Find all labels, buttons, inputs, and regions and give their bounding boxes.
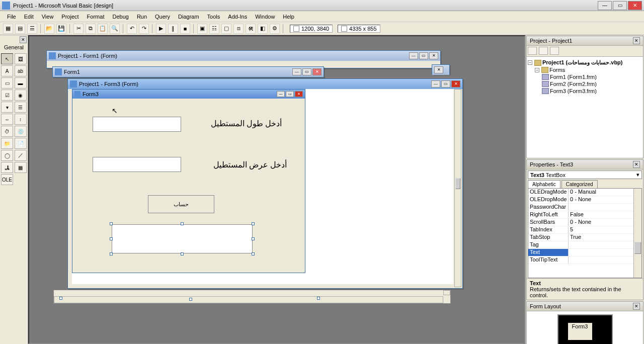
data-tool[interactable]: ▦ (15, 162, 27, 173)
form1-window[interactable]: Form1 — ▭ ✕ (52, 66, 324, 77)
menu-addins[interactable]: Add-Ins (224, 13, 251, 21)
project-explorer-button[interactable]: ▣ (197, 24, 207, 34)
form-layout-close-button[interactable]: ✕ (633, 303, 640, 310)
prop-key-selected[interactable]: Text (528, 249, 569, 256)
menu-tools[interactable]: Tools (203, 13, 224, 21)
minimize-button[interactable]: — (292, 68, 301, 75)
listbox-tool[interactable]: ☰ (15, 102, 27, 113)
add-project-button[interactable]: ▦ (3, 24, 13, 34)
resize-handle[interactable] (181, 252, 184, 255)
timer-tool[interactable]: ⏱ (1, 126, 13, 137)
textbox-tool[interactable]: ab (15, 65, 27, 76)
form3-form[interactable]: Form3 — ▭ ✕ ↖ أدخل طول المستطيل (72, 89, 305, 273)
ole-tool[interactable]: OLE (1, 174, 13, 185)
resize-handle[interactable] (189, 298, 192, 301)
picturebox-tool[interactable]: 🖼 (15, 53, 27, 64)
object-browser-button[interactable]: ⧈ (233, 24, 244, 34)
dataview-button[interactable]: ◧ (258, 24, 268, 34)
toolbox-button[interactable]: 🛠 (246, 24, 256, 34)
minimize-button[interactable]: — (431, 80, 440, 88)
menu-diagram[interactable]: Diagram (174, 13, 203, 21)
prop-value[interactable] (569, 256, 633, 264)
optionbutton-tool[interactable]: ◉ (15, 90, 27, 101)
frame-tool[interactable]: ▭ (1, 77, 13, 89)
component-button[interactable]: ⚙ (270, 24, 280, 34)
minimize-button[interactable]: — (598, 1, 612, 10)
properties-button[interactable]: ☷ (209, 24, 219, 34)
menu-edit[interactable]: Edit (20, 13, 38, 21)
close-button[interactable]: ✕ (628, 1, 642, 10)
paste-button[interactable]: 📋 (98, 24, 108, 34)
tab-categorized[interactable]: Categorized (561, 180, 598, 188)
maximize-button[interactable]: ▭ (286, 91, 294, 97)
collapse-icon[interactable]: − (535, 68, 539, 72)
textbox-length[interactable] (93, 117, 181, 132)
menu-format[interactable]: Format (83, 13, 109, 21)
toggle-folders-button[interactable] (550, 47, 559, 55)
find-button[interactable]: 🔍 (110, 24, 120, 34)
toolbox-close-button[interactable]: ✕ (20, 36, 27, 43)
prop-key[interactable]: ScrollBars (528, 219, 569, 226)
resize-handle[interactable] (317, 297, 320, 300)
prop-key[interactable]: PasswordChar (528, 204, 569, 211)
textbox-result-selection[interactable] (112, 224, 253, 253)
tab-alphabetic[interactable]: Alphabetic (528, 180, 560, 188)
checkbox-tool[interactable]: ☑ (1, 90, 13, 101)
label-tool[interactable]: A (1, 65, 13, 76)
undo-button[interactable]: ↶ (127, 24, 137, 34)
project-close-button[interactable]: ✕ (633, 37, 640, 44)
prop-value[interactable]: True (569, 234, 633, 241)
close-button[interactable]: ✕ (429, 52, 438, 59)
project-root[interactable]: Project1 (حسابات ومساحات.vbp) (542, 59, 622, 66)
properties-vscrollbar[interactable] (633, 189, 641, 278)
resize-handle[interactable] (252, 222, 255, 225)
menu-run[interactable]: Run (133, 13, 151, 21)
form-layout-body[interactable]: Form3 (527, 311, 643, 344)
prop-key[interactable]: ToolTipText (528, 256, 569, 264)
view-code-button[interactable] (528, 47, 537, 55)
hidden-window[interactable]: ✕ (432, 64, 450, 74)
prop-value[interactable]: False (569, 211, 633, 218)
prop-key[interactable]: RightToLeft (528, 211, 569, 218)
forms-folder[interactable]: Forms (549, 67, 565, 73)
dirlistbox-tool[interactable]: 📁 (1, 138, 13, 149)
menu-project[interactable]: Project (57, 13, 83, 21)
form-layout-button[interactable]: ▢ (221, 24, 231, 34)
label-length[interactable]: أدخل طول المستطيل (201, 119, 282, 128)
menu-debug[interactable]: Debug (108, 13, 132, 21)
resize-handle[interactable] (181, 222, 184, 225)
close-button[interactable]: ✕ (295, 91, 303, 97)
resize-handle[interactable] (110, 237, 113, 240)
label-width[interactable]: أدخل عرض المستطيل (201, 160, 287, 169)
tree-item-form3[interactable]: Form3 (Form3.frm) (550, 88, 597, 94)
resize-handle[interactable] (252, 237, 255, 240)
tree-item-form2[interactable]: Form2 (Form2.frm) (550, 81, 597, 87)
close-button[interactable]: ✕ (434, 66, 443, 73)
menu-editor-button[interactable]: ☰ (27, 24, 37, 34)
menu-file[interactable]: File (3, 13, 20, 21)
break-button[interactable]: ‖ (168, 24, 178, 34)
prop-value[interactable] (569, 241, 633, 248)
maximize-button[interactable]: ▭ (441, 80, 450, 88)
maximize-button[interactable]: ▭ (613, 1, 627, 10)
form3-designer-window[interactable]: Project1 - Form3 (Form) — ▭ ✕ Form3 — (67, 78, 463, 289)
properties-grid[interactable]: OLEDragMode0 - Manual OLEDropMode0 - Non… (528, 189, 633, 278)
redo-button[interactable]: ↷ (139, 24, 149, 34)
commandbutton-tool[interactable]: ▬ (15, 77, 27, 89)
form-grid[interactable]: ↖ أدخل طول المستطيل أدخل عرض المستطيل حس… (72, 99, 305, 273)
menu-query[interactable]: Query (151, 13, 174, 21)
add-form-button[interactable]: ▤ (15, 24, 25, 34)
cut-button[interactable]: ✂ (73, 24, 84, 34)
minimize-button[interactable]: — (277, 91, 285, 97)
resize-handle[interactable] (110, 252, 113, 255)
end-button[interactable]: ■ (180, 24, 190, 34)
prop-value-selected[interactable] (569, 249, 633, 256)
close-button[interactable]: ✕ (451, 80, 460, 88)
prop-value[interactable]: 5 (569, 226, 633, 233)
tree-item-form1[interactable]: Form1 (Form1.frm) (550, 74, 597, 80)
vscrollbar-tool[interactable]: ↕ (15, 114, 27, 125)
menu-help[interactable]: Help (279, 13, 298, 21)
resize-handle[interactable] (59, 297, 62, 300)
form1-designer-window[interactable]: Project1 - Form1 (Form) — ▭ ✕ (46, 50, 441, 68)
drivelistbox-tool[interactable]: 💿 (15, 126, 27, 137)
